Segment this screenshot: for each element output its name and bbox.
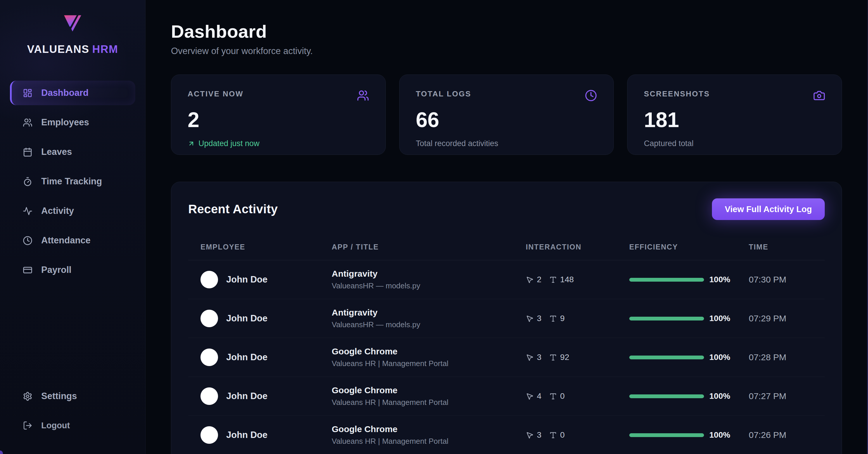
sidebar-item-label: Employees [41, 117, 89, 128]
timer-icon [23, 177, 32, 186]
sidebar-item-label: Logout [41, 421, 70, 430]
sidebar-item-label: Payroll [41, 265, 71, 275]
view-full-activity-log-button[interactable]: View Full Activity Log [712, 198, 825, 220]
click-count: 3 [537, 353, 541, 362]
efficiency-value: 100% [709, 430, 730, 440]
sidebar-item-payroll[interactable]: Payroll [10, 258, 135, 282]
app-name: Google Chrome [332, 347, 526, 356]
table-row[interactable]: John Doe Antigravity ValueansHR — models… [188, 299, 825, 338]
sidebar-item-time-tracking[interactable]: Time Tracking [10, 169, 135, 194]
app-name: Google Chrome [332, 424, 526, 434]
recent-activity-panel: Recent Activity View Full Activity Log E… [171, 182, 842, 454]
log-out-icon [23, 421, 32, 430]
avatar [200, 349, 218, 366]
window-title: Valueans HR | Management Portal [332, 437, 526, 446]
keystroke-count: 0 [560, 430, 565, 440]
efficiency-bar-fill [629, 394, 704, 398]
brand-triangle-icon [63, 14, 83, 32]
employee-name: John Doe [226, 391, 268, 401]
sidebar-item-label: Settings [41, 391, 77, 401]
camera-icon [813, 89, 825, 102]
main-content: Dashboard Overview of your workforce act… [146, 0, 868, 454]
efficiency-bar-fill [629, 317, 704, 321]
click-count: 2 [537, 275, 541, 284]
employee-name: John Doe [226, 430, 268, 440]
activity-time: 07:30 PM [749, 274, 812, 285]
avatar [200, 387, 218, 405]
mouse-pointer-icon [526, 392, 534, 400]
sidebar-item-attendance[interactable]: Attendance [10, 228, 135, 253]
credit-card-icon [23, 265, 32, 275]
efficiency-bar [629, 394, 704, 398]
efficiency-value: 100% [709, 275, 730, 284]
click-count: 4 [537, 391, 541, 401]
clock-icon [585, 89, 597, 102]
sidebar-item-label: Leaves [41, 147, 72, 157]
activity-time: 07:27 PM [749, 391, 812, 401]
stat-card-footer-text: Updated just now [198, 139, 259, 148]
activity-time: 07:29 PM [749, 314, 812, 323]
keyboard-type-icon [549, 431, 557, 439]
efficiency-bar-fill [629, 278, 704, 282]
efficiency-bar-fill [629, 433, 704, 437]
window-title: ValueansHR — models.py [332, 320, 526, 329]
recent-activity-title: Recent Activity [188, 202, 278, 216]
efficiency-value: 100% [709, 391, 730, 401]
efficiency-bar [629, 278, 704, 282]
stat-card-footer-text: Total recorded activities [416, 139, 498, 148]
keystroke-count: 148 [560, 275, 574, 284]
sidebar-item-leaves[interactable]: Leaves [10, 140, 135, 164]
page-subtitle: Overview of your workforce activity. [171, 46, 842, 56]
stat-card-footer: Updated just now [188, 139, 369, 148]
mouse-pointer-icon [526, 276, 534, 284]
column-header-efficiency: EFFICIENCY [629, 243, 749, 251]
keystroke-count: 92 [560, 353, 569, 362]
sidebar-nav: Dashboard Employees Leaves Time Tracking… [10, 80, 135, 287]
sidebar-item-dashboard[interactable]: Dashboard [10, 80, 135, 105]
users-icon [357, 89, 369, 102]
efficiency-value: 100% [709, 314, 730, 323]
column-header-employee: EMPLOYEE [200, 243, 332, 251]
table-row[interactable]: John Doe Antigravity ValueansHR — models… [188, 260, 825, 299]
app-name: Antigravity [332, 307, 526, 318]
app-name: Google Chrome [332, 385, 526, 395]
keyboard-type-icon [549, 354, 557, 361]
keyboard-type-icon [549, 392, 557, 400]
table-row[interactable]: John Doe Google Chrome Valueans HR | Man… [188, 416, 825, 454]
sidebar-item-settings[interactable]: Settings [10, 384, 135, 409]
column-header-interaction: INTERACTION [526, 243, 629, 251]
sidebar-item-employees[interactable]: Employees [10, 110, 135, 135]
stat-card-label: ACTIVE NOW [188, 89, 243, 98]
efficiency-bar [629, 433, 704, 437]
sidebar-footer-nav: Settings Logout [10, 384, 135, 437]
sidebar-item-logout[interactable]: Logout [10, 413, 135, 437]
mouse-pointer-icon [526, 354, 534, 361]
users-icon [23, 118, 32, 127]
sidebar-item-label: Time Tracking [41, 176, 102, 187]
sidebar-item-label: Activity [41, 206, 74, 216]
column-header-app-title: APP / TITLE [332, 243, 526, 251]
activity-icon [23, 206, 32, 216]
table-row[interactable]: John Doe Google Chrome Valueans HR | Man… [188, 377, 825, 416]
window-title: ValueansHR — models.py [332, 281, 526, 290]
sidebar: VALUEANSHRM Dashboard Employees Leaves T… [0, 0, 146, 454]
stat-card-label: TOTAL LOGS [416, 89, 471, 98]
activity-time: 07:28 PM [749, 352, 812, 362]
arrow-up-right-icon [188, 140, 195, 147]
sidebar-item-label: Attendance [41, 235, 91, 246]
sidebar-item-activity[interactable]: Activity [10, 199, 135, 223]
brand-wordmark: VALUEANSHRM [27, 43, 118, 56]
table-row[interactable]: John Doe Google Chrome Valueans HR | Man… [188, 338, 825, 377]
avatar [200, 426, 218, 444]
stat-card-footer-text: Captured total [644, 139, 693, 148]
keystroke-count: 0 [560, 391, 565, 401]
brand-name: VALUEANS [27, 43, 89, 55]
column-header-time: TIME [749, 243, 812, 251]
layout-dashboard-icon [23, 88, 32, 98]
employee-name: John Doe [226, 352, 268, 362]
clock-icon [23, 236, 32, 246]
keyboard-type-icon [549, 276, 557, 284]
page-title: Dashboard [171, 21, 842, 42]
stat-card-label: SCREENSHOTS [644, 89, 710, 98]
stat-card-footer: Total recorded activities [416, 139, 597, 148]
